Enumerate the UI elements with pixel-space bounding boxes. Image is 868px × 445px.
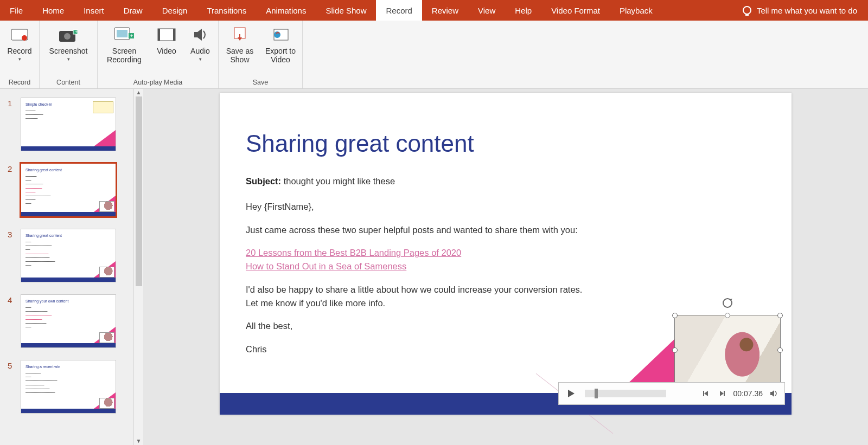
embedded-video-object[interactable] <box>674 315 781 385</box>
tell-me-search[interactable]: Tell me what you want to do <box>732 0 868 21</box>
thumbnail-row-1[interactable]: 1 Simple check-in ━━━━━━━━━━━━━━━━━━━━━━… <box>8 98 129 151</box>
video-playback-bar: 00:07.36 <box>558 382 785 405</box>
thumb-body: ━━━━━━━━━━━━━━━━━━━━━━━━━━━━━━━━━━━━━━━━… <box>25 306 110 329</box>
volume-button[interactable] <box>769 389 779 398</box>
svg-text:+: + <box>75 29 78 35</box>
blue-bar <box>21 278 116 282</box>
subject-label: Subject: <box>246 176 281 186</box>
screen-recording-button[interactable]: + Screen Recording <box>102 24 146 64</box>
slide-thumbnail[interactable]: Sharing a recent win ━━━━━━━━━━━━━━━━━━━… <box>21 360 116 414</box>
resize-handle[interactable] <box>725 313 730 318</box>
slide-canvas[interactable]: Sharing great content Subject: thought y… <box>220 93 792 415</box>
step-back-button[interactable] <box>701 389 711 398</box>
links-block: 20 Lessons from the Best B2B Landing Pag… <box>246 246 759 273</box>
group-save: Save as Show Export to Video Save <box>219 21 303 88</box>
svg-point-1 <box>22 35 27 41</box>
slide-editor[interactable]: Sharing great content Subject: thought y… <box>143 89 868 445</box>
tab-draw[interactable]: Draw <box>114 0 152 21</box>
seek-track[interactable] <box>585 390 666 397</box>
tab-view[interactable]: View <box>468 0 505 21</box>
scroll-up-icon[interactable]: ▲ <box>135 89 143 96</box>
thumb-title: Sharing a recent win <box>25 365 60 369</box>
slide-thumbnail[interactable]: Sharing great content ━━━━━━━━━━━━━━━━━━… <box>21 229 116 282</box>
save-as-show-button[interactable]: Save as Show <box>223 24 257 64</box>
thumb-body: ━━━━━━━━━━━━━━━━━━━━━━━━━━━━━━━━━━━━━━━━… <box>25 240 110 267</box>
export-video-icon <box>270 24 291 46</box>
camera-icon: + <box>58 24 79 46</box>
svg-rect-11 <box>158 29 160 41</box>
group-label-record: Record <box>4 78 35 87</box>
thumb-body: ━━━━━━━━━━━━━━━━━━━━━━━━━━━━━━━━━━━━━━━━… <box>25 371 110 395</box>
tab-record[interactable]: Record <box>376 0 422 21</box>
playback-time: 00:07.36 <box>733 389 763 398</box>
thumbnail-row-5[interactable]: 5 Sharing a recent win ━━━━━━━━━━━━━━━━━… <box>8 360 129 414</box>
resize-handle[interactable] <box>672 313 678 318</box>
record-button[interactable]: Record ▾ <box>4 24 35 62</box>
slide-thumbnail-selected[interactable]: Sharing great content ━━━━━━━━━━━━━━━━━━… <box>21 163 116 217</box>
svg-rect-19 <box>724 391 725 396</box>
thumbnail-row-3[interactable]: 3 Sharing great content ━━━━━━━━━━━━━━━━… <box>8 229 129 282</box>
export-to-video-button[interactable]: Export to Video <box>263 24 298 64</box>
thumb-number: 5 <box>8 360 15 370</box>
resize-handle[interactable] <box>672 347 678 353</box>
video-thumbnail <box>99 201 114 212</box>
slide-thumbnail[interactable]: Sharing your own content ━━━━━━━━━━━━━━━… <box>21 294 116 348</box>
step-forward-button[interactable] <box>717 389 727 398</box>
svg-rect-10 <box>158 29 175 41</box>
thumb-title: Sharing great content <box>25 168 62 172</box>
video-icon <box>156 24 177 46</box>
tab-animations[interactable]: Animations <box>256 0 316 21</box>
thumb-title: Sharing your own content <box>25 299 68 303</box>
thumb-body: ━━━━━━━━━━━━━━━━━━━━━━━━━━━━━━━━━━━━━━━━… <box>25 175 110 206</box>
group-label-content: Content <box>44 78 93 87</box>
scroll-thumb[interactable] <box>136 96 142 286</box>
webcam-image <box>675 315 780 385</box>
ribbon-tabs: File Home Insert Draw Design Transitions… <box>0 0 868 21</box>
slide-title[interactable]: Sharing great content <box>246 130 474 157</box>
tab-home[interactable]: Home <box>33 0 74 21</box>
scroll-track[interactable] <box>134 96 143 437</box>
tab-help[interactable]: Help <box>505 0 541 21</box>
tab-design[interactable]: Design <box>152 0 197 21</box>
tab-file[interactable]: File <box>0 0 33 21</box>
screenshot-button[interactable]: + Screenshot ▾ <box>44 24 93 62</box>
audio-button[interactable]: Audio ▾ <box>187 24 214 62</box>
thumb-body: ━━━━━━━━━━━━━━━━━━━━━━━━━━━━━━━━━━━━ <box>25 109 110 121</box>
thumbnail-row-2[interactable]: 2 Sharing great content ━━━━━━━━━━━━━━━━… <box>8 163 129 217</box>
save-as-show-label: Save as Show <box>223 47 257 64</box>
resize-handle[interactable] <box>777 347 783 353</box>
thumbnails-scrollbar[interactable]: ▲ ▼ <box>133 89 143 445</box>
seek-thumb[interactable] <box>595 389 598 398</box>
tab-video-format[interactable]: Video Format <box>541 0 610 21</box>
tab-playback[interactable]: Playback <box>610 0 662 21</box>
tab-transitions[interactable]: Transitions <box>197 0 256 21</box>
video-button[interactable]: Video <box>153 24 180 55</box>
scroll-down-icon[interactable]: ▼ <box>135 437 143 445</box>
chevron-down-icon: ▾ <box>18 56 21 62</box>
screen-recording-icon: + <box>113 24 135 46</box>
record-icon <box>9 24 30 46</box>
thumbnail-row-4[interactable]: 4 Sharing your own content ━━━━━━━━━━━━━… <box>8 294 129 348</box>
resize-handle[interactable] <box>777 313 783 318</box>
lightbulb-icon <box>743 6 751 15</box>
group-autoplay: + Screen Recording Video Audio ▾ Auto-pl… <box>98 21 219 88</box>
ribbon: Record ▾ Record + Screenshot ▾ Content +… <box>0 21 868 89</box>
subject-value: thought you might like these <box>281 176 395 186</box>
tab-slideshow[interactable]: Slide Show <box>316 0 376 21</box>
slide-thumbnail[interactable]: Simple check-in ━━━━━━━━━━━━━━━━━━━━━━━━… <box>21 98 116 151</box>
tab-insert[interactable]: Insert <box>74 0 114 21</box>
record-label: Record <box>7 47 31 55</box>
video-thumbnail <box>99 267 114 278</box>
rotate-handle[interactable] <box>722 297 733 309</box>
audio-icon <box>189 24 211 46</box>
tab-review[interactable]: Review <box>422 0 468 21</box>
link-2[interactable]: How to Stand Out in a Sea of Sameness <box>246 260 759 273</box>
svg-point-3 <box>64 33 71 40</box>
play-button[interactable] <box>564 386 578 401</box>
intro-text: Just came across these two super helpful… <box>246 223 759 237</box>
thumb-number: 4 <box>8 294 15 305</box>
group-label-autoplay: Auto-play Media <box>102 78 214 87</box>
link-1[interactable]: 20 Lessons from the Best B2B Landing Pag… <box>246 246 759 260</box>
blue-bar <box>21 343 116 347</box>
svg-text:+: + <box>130 33 133 38</box>
